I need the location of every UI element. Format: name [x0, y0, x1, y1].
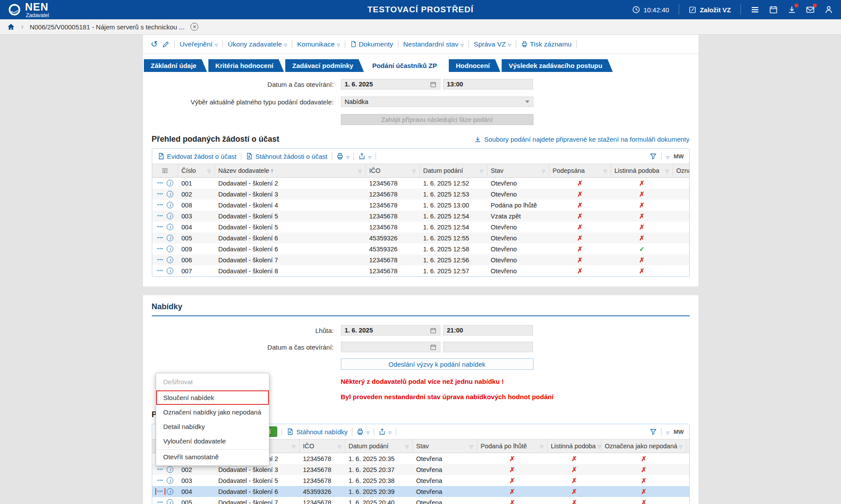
context-menu-item[interactable]: Vyloučení dodavatele [156, 434, 269, 448]
info-icon[interactable] [167, 246, 173, 252]
export-table-button[interactable] [358, 153, 371, 160]
calendar-icon[interactable] [430, 81, 437, 88]
table-row[interactable]: 003 Dodavatel - školení 5 12345678 1. 6.… [152, 475, 689, 486]
row-menu-icon[interactable] [157, 478, 165, 483]
tab[interactable]: Hodnocení [449, 59, 501, 72]
header-ico[interactable]: IČO [366, 164, 420, 177]
send-invitation-button[interactable]: Odeslání výzvy k podání nabídek [341, 358, 533, 370]
filter-caret-icon[interactable] [596, 443, 601, 450]
action-ukony-zadavatele[interactable]: Úkony zadavatele [228, 40, 287, 48]
print-table-button[interactable] [336, 153, 349, 160]
table-row[interactable]: 008 Dodavatel - školení 4 12345678 1. 6.… [152, 200, 689, 211]
info-icon[interactable] [167, 257, 173, 263]
table-row[interactable]: 005 Dodavatel - školení 6 45359326 1. 6.… [152, 232, 689, 243]
register-request-link[interactable]: Evidovat žádost o účast [157, 153, 236, 160]
info-icon[interactable] [167, 499, 173, 504]
header-nazev-dodavatele[interactable]: Název dodavatele [215, 164, 366, 177]
info-icon[interactable] [167, 466, 173, 473]
breadcrumb-item[interactable]: N006/25/V00005181 - Nájem serverů s tech… [30, 23, 185, 31]
header-oznacena-jako-nepodana[interactable]: Označena jako nepodaná [673, 164, 690, 177]
info-icon[interactable] [167, 224, 173, 230]
deadline-time-field[interactable]: 21:00 [443, 325, 533, 336]
table-row[interactable]: 006 Dodavatel - školení 7 12345678 1. 6.… [152, 254, 689, 265]
filter-caret-icon[interactable] [404, 443, 409, 450]
action-nestandardni-stav[interactable]: Nestandardní stav [403, 40, 464, 48]
history-icon[interactable]: ↺ [151, 39, 158, 49]
filter-caret-icon[interactable] [540, 167, 545, 174]
tab[interactable]: Základní údaje [144, 59, 207, 72]
tab[interactable]: Zadávací podmínky [285, 59, 364, 72]
action-sprava-vz[interactable]: Správa VZ [474, 40, 511, 48]
menu-button[interactable] [751, 5, 759, 14]
action-komunikace[interactable]: Komunikace [297, 40, 340, 48]
header-datum-podani[interactable]: Datum podání [345, 440, 413, 453]
info-icon[interactable] [167, 180, 173, 186]
column-settings-header[interactable] [152, 164, 178, 177]
table-row[interactable]: 005 Dodavatel - školení 7 12345678 1. 6.… [152, 497, 689, 504]
table-row[interactable]: 004 Dodavatel - školení 6 45359326 1. 6.… [152, 486, 689, 497]
profile-button[interactable] [824, 5, 833, 14]
create-vz-button[interactable]: Založit VZ [689, 6, 731, 14]
context-menu-item[interactable]: Sloučení nabídek [156, 390, 269, 405]
context-menu-item[interactable]: Otevřít samostatně [156, 449, 269, 464]
context-menu-item[interactable]: Označení nabídky jako nepodaná [156, 405, 269, 419]
table-row[interactable]: 001 Dodavatel - školení 2 12345678 1. 6.… [152, 178, 689, 189]
chevron-down-icon[interactable] [666, 428, 669, 436]
header-stav[interactable]: Stav [413, 440, 477, 453]
filter-caret-icon[interactable] [206, 167, 211, 174]
offers-opening-date-field[interactable] [341, 342, 440, 352]
row-menu-icon[interactable] [157, 202, 165, 208]
header-podana-po-lhute[interactable]: Podaná po lhůtě [477, 440, 548, 453]
filter-caret-icon[interactable] [290, 443, 296, 450]
submission-type-select[interactable]: Nabídka [341, 97, 533, 107]
filter-funnel-icon[interactable] [650, 153, 657, 160]
row-menu-icon[interactable] [157, 224, 165, 230]
info-icon[interactable] [167, 202, 173, 208]
info-icon[interactable] [167, 235, 173, 241]
table-row[interactable]: 003 Dodavatel - školení 5 12345678 1. 6.… [152, 211, 689, 222]
messages-button[interactable] [806, 5, 815, 14]
calendar-button[interactable] [769, 5, 778, 14]
info-icon[interactable] [167, 477, 173, 484]
row-menu-icon[interactable] [157, 467, 165, 472]
table-row[interactable]: 007 Dodavatel - školení 8 12345678 1. 6.… [152, 265, 689, 276]
header-listinna-podoba[interactable]: Listinná podoba [548, 440, 601, 453]
table-row[interactable]: 002 Dodavatel - školení 3 12345678 1. 6.… [152, 189, 689, 200]
opening-time-field[interactable]: 13:00 [443, 79, 533, 89]
calendar-icon[interactable] [430, 344, 437, 350]
filter-caret-icon[interactable] [336, 443, 341, 450]
context-menu-item[interactable]: Detail nabídky [156, 419, 269, 434]
action-uverejneni[interactable]: Uveřejnění [179, 40, 218, 48]
header-listinna-podoba[interactable]: Listinná podoba [611, 164, 673, 177]
tab[interactable]: Kritéria hodnocení [208, 59, 284, 72]
info-icon[interactable] [167, 268, 173, 274]
export-table-button[interactable] [379, 428, 391, 436]
header-ico[interactable]: IČO [300, 440, 345, 453]
filter-caret-icon[interactable] [411, 167, 416, 174]
filter-caret-icon[interactable] [468, 443, 473, 450]
deadline-date-field[interactable]: 1. 6. 2025 [341, 325, 440, 336]
header-podepsana[interactable]: Podepsána [549, 164, 611, 177]
action-dokumenty[interactable]: Dokumenty [350, 40, 393, 48]
row-menu-icon[interactable] [157, 180, 165, 186]
print-table-button[interactable] [357, 428, 369, 436]
mw-label[interactable]: MW [673, 153, 684, 160]
downloads-button[interactable] [787, 5, 796, 14]
filter-caret-icon[interactable] [664, 167, 669, 174]
download-requests-link[interactable]: Stáhnout žádosti o účast [246, 153, 327, 160]
row-menu-icon[interactable] [157, 500, 165, 504]
calendar-icon[interactable] [430, 327, 437, 334]
table-row[interactable]: 009 Dodavatel - školení 6 45359326 1. 6.… [152, 243, 689, 254]
edit-pencil-icon[interactable] [162, 40, 169, 48]
info-icon[interactable] [167, 191, 173, 197]
submission-files-link[interactable]: Soubory podání najdete připravené ke sta… [474, 136, 690, 143]
filter-caret-icon[interactable] [478, 167, 483, 174]
filter-caret-icon[interactable] [357, 167, 362, 174]
row-menu-icon[interactable] [157, 268, 165, 274]
info-icon[interactable] [167, 213, 173, 219]
tab[interactable]: Výsledek zadávacího postupu [501, 59, 612, 72]
mw-label[interactable]: MW [673, 429, 684, 435]
start-next-phase-button[interactable]: Zahájit přípravu následující fáze podání [341, 114, 533, 125]
row-menu-icon[interactable] [157, 489, 165, 494]
row-menu-icon[interactable] [157, 191, 165, 197]
